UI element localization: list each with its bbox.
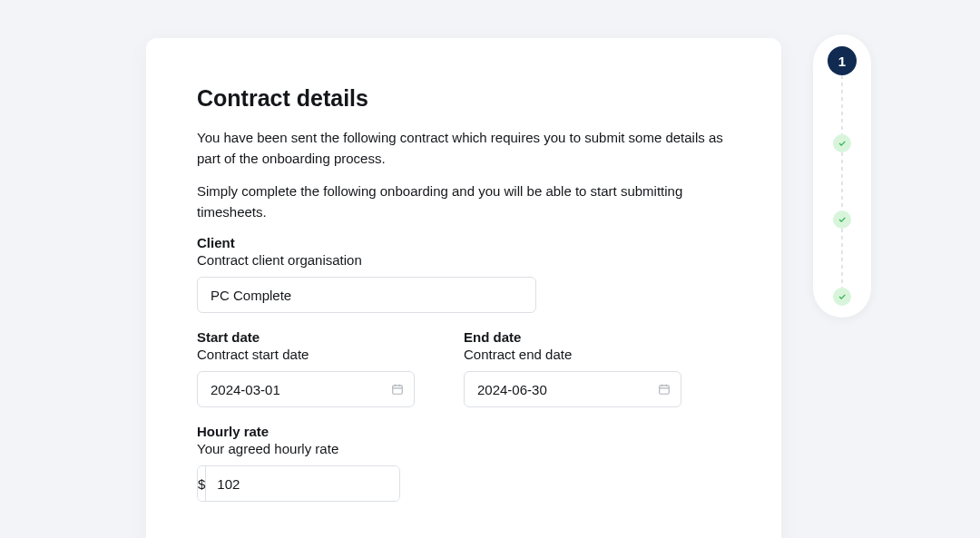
end-date-sublabel: Contract end date <box>464 347 681 362</box>
intro-text-2: Simply complete the following onboarding… <box>197 181 730 222</box>
contract-details-card: Contract details You have been sent the … <box>146 38 781 538</box>
check-icon <box>838 215 847 224</box>
end-date-label: End date <box>464 329 681 345</box>
page-title: Contract details <box>197 85 730 112</box>
step-4-indicator[interactable] <box>833 288 851 306</box>
calendar-icon <box>391 383 404 396</box>
svg-rect-0 <box>393 386 403 394</box>
onboarding-stepper: 1 <box>813 34 871 318</box>
client-label: Client <box>197 235 730 250</box>
currency-prefix: $ <box>198 466 206 501</box>
step-connector <box>841 152 843 211</box>
hourly-rate-input-group: $ /hr <box>197 465 400 502</box>
start-date-input[interactable] <box>197 371 415 407</box>
hourly-rate-label: Hourly rate <box>197 424 730 439</box>
start-date-sublabel: Contract start date <box>197 347 415 362</box>
hourly-rate-sublabel: Your agreed hourly rate <box>197 441 730 456</box>
calendar-icon <box>658 383 671 396</box>
step-connector <box>841 75 843 134</box>
client-input[interactable] <box>197 277 536 313</box>
hourly-rate-input[interactable] <box>206 466 400 501</box>
end-date-input[interactable] <box>464 371 681 407</box>
start-date-label: Start date <box>197 329 415 345</box>
step-2-indicator[interactable] <box>833 134 851 152</box>
client-field: Client Contract client organisation <box>197 235 730 313</box>
start-date-field: Start date Contract start date <box>197 329 415 407</box>
end-date-field: End date Contract end date <box>464 329 681 407</box>
client-sublabel: Contract client organisation <box>197 252 730 268</box>
step-connector <box>841 229 843 288</box>
check-icon <box>838 292 847 301</box>
check-icon <box>838 139 847 148</box>
intro-text-1: You have been sent the following contrac… <box>197 128 730 169</box>
step-1-active[interactable]: 1 <box>828 46 857 75</box>
svg-rect-1 <box>660 386 670 394</box>
step-3-indicator[interactable] <box>833 210 851 229</box>
hourly-rate-field: Hourly rate Your agreed hourly rate $ /h… <box>197 424 730 502</box>
